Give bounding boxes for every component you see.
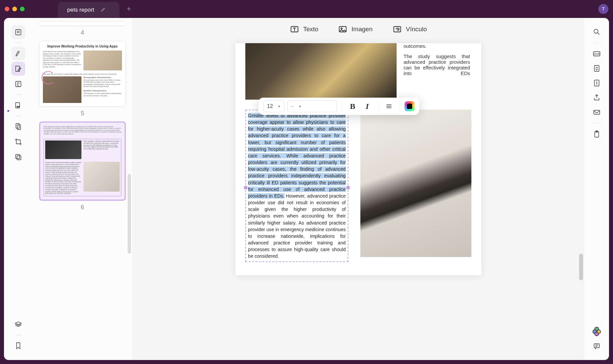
window-controls — [5, 7, 25, 11]
user-avatar[interactable]: T — [598, 4, 608, 14]
maximize-window-button[interactable] — [20, 7, 25, 11]
add-tab-button[interactable]: + — [122, 5, 136, 13]
minimize-window-button[interactable] — [12, 7, 17, 11]
tab-title: pets report — [67, 7, 94, 13]
pencil-icon — [101, 7, 106, 14]
tab-strip: pets report + — [58, 0, 136, 18]
document-tab[interactable]: pets report — [58, 2, 119, 18]
close-window-button[interactable] — [5, 7, 9, 11]
title-bar: pets report + T — [0, 0, 613, 18]
